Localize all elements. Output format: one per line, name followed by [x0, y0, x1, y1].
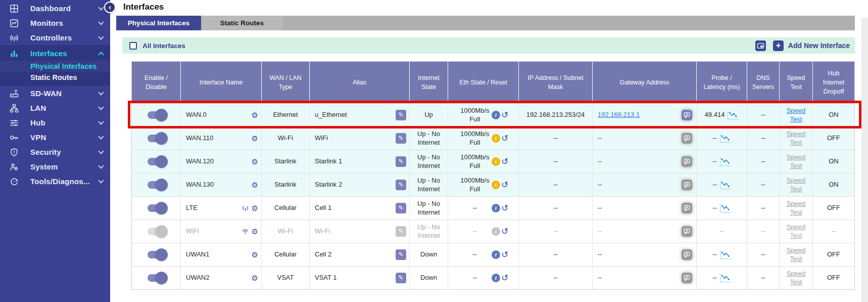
gear-icon[interactable]: ⚙: [252, 228, 258, 235]
gear-icon[interactable]: ⚙: [252, 158, 258, 165]
col-speed-test: Speed Test: [780, 62, 813, 103]
ping-tool-icon[interactable]: [682, 156, 692, 167]
sidebar-item-lan[interactable]: LAN: [0, 101, 110, 115]
sidebar-item-label: VPN: [30, 133, 99, 142]
sidebar-item-tools-diagnostics[interactable]: Tools/Diagnos...: [0, 174, 110, 189]
edit-alias-button[interactable]: ✎: [396, 133, 406, 144]
latency-chart-icon[interactable]: [720, 274, 731, 282]
tab-physical-interfaces[interactable]: Physical Interfaces: [116, 16, 201, 30]
latency-chart-icon[interactable]: [720, 157, 731, 166]
enable-toggle[interactable]: [148, 274, 165, 282]
reset-icon[interactable]: ↺: [501, 204, 508, 212]
add-new-interface-button[interactable]: Add New Interface: [788, 41, 850, 50]
sidebar-collapse-button[interactable]: ‹: [104, 2, 116, 13]
reset-icon[interactable]: ↺: [501, 111, 508, 119]
ping-tool-icon[interactable]: [682, 249, 692, 260]
info-icon[interactable]: i: [492, 274, 500, 282]
gear-icon[interactable]: ⚙: [252, 204, 258, 212]
ping-tool-icon[interactable]: [682, 133, 692, 144]
latency-chart-icon[interactable]: [720, 204, 731, 212]
sidebar-item-sdwan[interactable]: SD-WAN: [0, 86, 110, 101]
add-interface-plus-icon[interactable]: +: [773, 40, 784, 51]
sidebar-item-physical-interfaces[interactable]: Physical Interfaces: [0, 61, 110, 72]
system-icon: [8, 162, 20, 172]
latency-chart-icon[interactable]: [720, 250, 731, 259]
gear-icon[interactable]: ⚙: [252, 181, 258, 189]
speed-test-link[interactable]: Speed Test: [785, 246, 808, 263]
warning-icon[interactable]: i: [492, 157, 500, 166]
reset-icon[interactable]: ↺: [501, 250, 508, 259]
edit-alias-button[interactable]: ✎: [396, 249, 406, 260]
chevron-down-icon: [98, 178, 104, 183]
gear-icon[interactable]: ⚙: [252, 111, 258, 119]
ping-tool-icon[interactable]: [682, 203, 692, 213]
gateway-link[interactable]: 192.168.213.1: [598, 111, 640, 119]
sidebar-item-security[interactable]: Security: [0, 145, 110, 159]
all-interfaces-checkbox[interactable]: [129, 42, 137, 50]
speed-test-link[interactable]: Speed Test: [785, 270, 808, 286]
gear-icon[interactable]: ⚙: [252, 135, 258, 142]
speed-test-link[interactable]: Speed Test: [785, 223, 808, 240]
ping-tool-icon[interactable]: [682, 110, 692, 120]
reset-icon[interactable]: ↺: [501, 157, 508, 166]
sidebar-item-controllers[interactable]: Controllers: [0, 30, 110, 45]
edit-alias-button[interactable]: ✎: [396, 203, 406, 213]
col-alias: Alias: [310, 62, 410, 103]
speed-test-link[interactable]: Speed Test: [785, 200, 808, 217]
sidebar-item-interfaces[interactable]: Interfaces: [0, 46, 110, 61]
edit-alias-button[interactable]: ✎: [396, 180, 406, 190]
controllers-icon: [8, 33, 20, 43]
sidebar-item-static-routes[interactable]: Static Routes: [0, 72, 110, 83]
ping-tool-icon[interactable]: [682, 226, 692, 237]
latency-chart-icon[interactable]: [720, 134, 731, 143]
info-icon[interactable]: i: [492, 227, 500, 236]
reset-icon[interactable]: ↺: [501, 181, 508, 189]
sidebar-item-system[interactable]: System: [0, 159, 110, 174]
reset-icon[interactable]: ↺: [501, 274, 508, 282]
enable-toggle[interactable]: [148, 158, 165, 165]
sidebar-item-label: Interfaces: [30, 49, 99, 58]
warning-icon[interactable]: i: [492, 181, 500, 189]
enable-toggle[interactable]: [148, 135, 165, 142]
gear-icon[interactable]: ⚙: [252, 274, 258, 282]
speed-test-link[interactable]: Speed Test: [785, 153, 808, 170]
speed-test-link[interactable]: Speed Test: [785, 130, 808, 147]
edit-alias-button[interactable]: ✎: [396, 273, 406, 283]
col-probe-latency: Probe / Latency (ms): [697, 62, 747, 103]
table-row: LTE⚙ Cellular Cell 1✎ Up - No Internet -…: [132, 196, 854, 220]
window-view-button[interactable]: [755, 40, 766, 51]
enable-toggle[interactable]: [148, 251, 165, 258]
wifi-icon: [242, 228, 249, 235]
enable-toggle[interactable]: [148, 181, 165, 189]
gear-icon[interactable]: ⚙: [252, 251, 258, 258]
latency-chart-icon[interactable]: [720, 181, 731, 189]
speed-test-link[interactable]: Speed Test: [785, 107, 808, 123]
enable-toggle[interactable]: [148, 228, 165, 235]
sidebar-item-vpn[interactable]: VPN: [0, 130, 110, 145]
ping-tool-icon[interactable]: [682, 273, 692, 283]
edit-alias-button[interactable]: ✎: [396, 226, 406, 237]
tab-static-routes[interactable]: Static Routes: [201, 16, 283, 30]
info-icon[interactable]: i: [492, 111, 500, 119]
latency-chart-icon[interactable]: [728, 111, 739, 119]
edit-alias-button[interactable]: ✎: [396, 156, 406, 167]
sidebar-item-hub[interactable]: Hub: [0, 115, 110, 130]
col-eth-state-reset: Eth State / Reset: [448, 62, 519, 103]
info-icon[interactable]: i: [492, 250, 500, 259]
chevron-up-icon: [98, 52, 104, 57]
speed-test-link[interactable]: Speed Test: [785, 177, 808, 193]
sidebar-item-label: LAN: [30, 104, 99, 112]
sidebar-item-monitors[interactable]: Monitors: [0, 16, 110, 30]
ping-tool-icon[interactable]: [682, 180, 692, 190]
enable-toggle[interactable]: [148, 204, 165, 212]
table-row: UWAN2⚙ VSAT VSAT 1✎ Down --i↺ -- -- -- -…: [132, 266, 854, 289]
table-row: WAN.0⚙ Ethernet u_Ethernet✎ Up 1000Mb/s …: [132, 103, 854, 126]
scrollbar-track[interactable]: [861, 18, 868, 302]
sidebar-item-dashboard[interactable]: Dashboard: [0, 1, 110, 16]
reset-icon[interactable]: ↺: [501, 227, 508, 236]
reset-icon[interactable]: ↺: [501, 134, 508, 143]
enable-toggle[interactable]: [148, 111, 165, 119]
edit-alias-button[interactable]: ✎: [396, 110, 406, 120]
info-icon[interactable]: i: [492, 204, 500, 212]
warning-icon[interactable]: i: [492, 134, 500, 143]
